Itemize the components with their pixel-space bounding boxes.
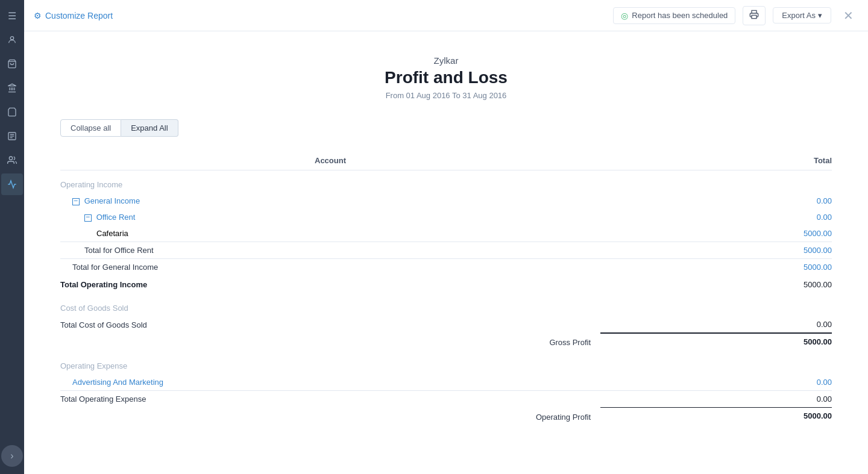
sidebar-collapse-btn[interactable]: › [1,445,23,467]
scheduled-label: Report has been scheduled [632,11,728,20]
total-operating-income-amount: 5000.00 [600,275,832,294]
report-table: Account Total Operating Income General I… [60,151,832,426]
total-operating-expense-row: Total Operating Expense 0.00 [60,391,832,408]
advertising-link[interactable]: Advertising And Marketing [72,378,163,387]
general-income-cell: General Income [60,193,600,209]
expand-all-button[interactable]: Expand All [121,119,178,137]
main-panel: ⚙ Customize Report ◎ Report has been sch… [24,0,868,474]
clock-icon: ◎ [621,11,628,20]
total-operating-expense-label: Total Operating Expense [60,391,600,408]
sidebar: ☰ › [0,0,24,474]
total-office-rent-label: Total for Office Rent [60,242,600,259]
operating-profit-amount: 5000.00 [600,408,832,426]
customize-report-label: Customize Report [45,11,113,20]
sidebar-icon-contacts[interactable] [1,29,23,51]
office-rent-amount: 0.00 [600,209,832,225]
print-icon [749,11,759,21]
export-label: Export As [782,11,816,20]
collapse-office-rent-icon[interactable] [84,214,92,222]
gross-profit-label: Gross Profit [60,333,600,352]
close-icon: ✕ [843,9,854,22]
office-rent-row: Office Rent 0.00 [60,209,832,225]
total-cogs-amount: 0.00 [600,316,832,333]
total-general-income-label: Total for General Income [60,259,600,276]
total-general-income-amount: 5000.00 [600,259,832,276]
section-operating-income: Operating Income [60,170,832,193]
export-button[interactable]: Export As ▾ [773,7,831,23]
collapse-general-income-icon[interactable] [72,198,80,205]
operating-income-label: Operating Income [60,170,832,193]
collapse-all-button[interactable]: Collapse all [60,119,121,137]
advertising-cell: Advertising And Marketing [60,374,600,391]
gross-profit-row: Gross Profit 5000.00 [60,333,832,352]
total-operating-income-row: Total Operating Income 5000.00 [60,275,832,294]
topbar: ⚙ Customize Report ◎ Report has been sch… [24,0,868,31]
expand-collapse-controls: Collapse all Expand All [60,119,832,137]
advertising-amount: 0.00 [600,374,832,391]
customize-report-btn[interactable]: ⚙ Customize Report [34,11,113,20]
sidebar-icon-menu[interactable]: ☰ [1,5,23,27]
svg-point-12 [9,157,12,160]
sidebar-icon-people[interactable] [1,149,23,171]
col-header-total: Total [600,151,832,170]
report-header: Zylkar Profit and Loss From 01 Aug 2016 … [60,55,832,100]
total-office-rent-amount: 5000.00 [600,242,832,259]
total-general-income-row: Total for General Income 5000.00 [60,259,832,276]
print-button[interactable] [743,6,766,25]
export-arrow-icon: ▾ [818,11,822,20]
advertising-row: Advertising And Marketing 0.00 [60,374,832,391]
col-header-account: Account [60,151,600,170]
total-operating-expense-amount: 0.00 [600,391,832,408]
cafetaria-row: Cafetaria 5000.00 [60,225,832,242]
operating-expense-label: Operating Expense [60,352,832,374]
operating-profit-label: Operating Profit [60,408,600,426]
office-rent-cell: Office Rent [60,209,600,225]
company-name: Zylkar [60,55,832,66]
general-income-link[interactable]: General Income [84,196,140,205]
total-cogs-row: Total Cost of Goods Sold 0.00 [60,316,832,333]
gear-icon: ⚙ [34,11,42,20]
sidebar-icon-bank[interactable] [1,77,23,99]
section-cogs: Cost of Goods Sold [60,294,832,316]
svg-marker-7 [8,84,16,86]
total-operating-income-label: Total Operating Income [60,275,600,294]
total-office-rent-row: Total for Office Rent 5000.00 [60,242,832,259]
general-income-row: General Income 0.00 [60,193,832,209]
general-income-amount: 0.00 [600,193,832,209]
section-operating-expense: Operating Expense [60,352,832,374]
report-date-range: From 01 Aug 2016 To 31 Aug 2016 [60,91,832,100]
cogs-label: Cost of Goods Sold [60,294,832,316]
report-content: Zylkar Profit and Loss From 01 Aug 2016 … [24,31,868,474]
cafetaria-amount: 5000.00 [600,225,832,242]
svg-point-0 [10,37,13,40]
office-rent-link[interactable]: Office Rent [96,213,136,222]
scheduled-badge: ◎ Report has been scheduled [613,7,735,24]
cafetaria-cell: Cafetaria [60,225,600,242]
sidebar-icon-reports[interactable] [1,173,23,195]
total-cogs-label: Total Cost of Goods Sold [60,316,600,333]
close-button[interactable]: ✕ [838,6,858,25]
report-title: Profit and Loss [60,68,832,87]
sidebar-icon-documents[interactable] [1,125,23,147]
operating-profit-row: Operating Profit 5000.00 [60,408,832,426]
svg-rect-13 [752,15,756,18]
gross-profit-amount: 5000.00 [600,333,832,352]
sidebar-icon-shopping[interactable] [1,53,23,75]
sidebar-icon-inventory[interactable] [1,101,23,123]
